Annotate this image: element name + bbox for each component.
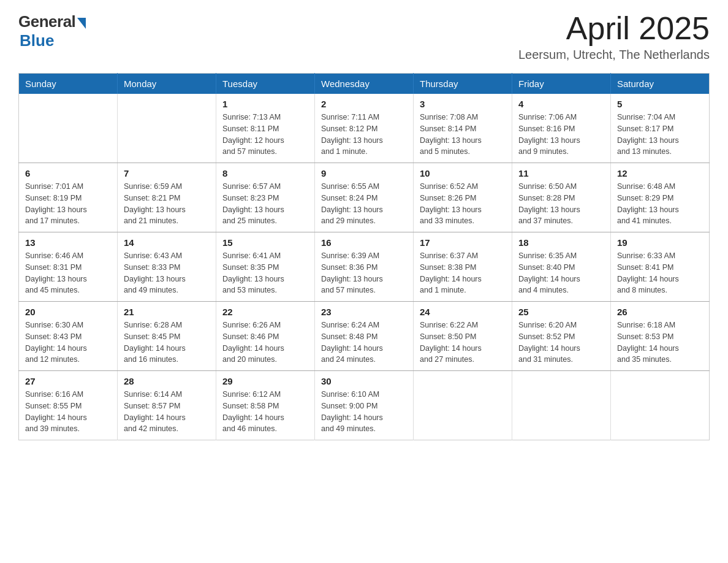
logo: General Blue	[18, 12, 86, 50]
day-info: Sunrise: 6:12 AMSunset: 8:58 PMDaylight:…	[222, 389, 308, 435]
day-number: 1	[222, 99, 308, 109]
calendar-day-header: Thursday	[414, 74, 512, 94]
day-info: Sunrise: 7:08 AMSunset: 8:14 PMDaylight:…	[420, 112, 506, 158]
day-number: 19	[617, 237, 703, 248]
calendar-cell: 19Sunrise: 6:33 AMSunset: 8:41 PMDayligh…	[611, 232, 710, 302]
day-info: Sunrise: 6:28 AMSunset: 8:45 PMDaylight:…	[124, 320, 210, 366]
day-info: Sunrise: 6:55 AMSunset: 8:24 PMDaylight:…	[321, 181, 407, 227]
day-number: 5	[617, 99, 703, 109]
day-info: Sunrise: 6:24 AMSunset: 8:48 PMDaylight:…	[321, 320, 407, 366]
day-info: Sunrise: 6:37 AMSunset: 8:38 PMDaylight:…	[420, 250, 506, 296]
calendar-cell: 30Sunrise: 6:10 AMSunset: 9:00 PMDayligh…	[315, 371, 414, 440]
calendar-cell: 8Sunrise: 6:57 AMSunset: 8:23 PMDaylight…	[216, 163, 315, 232]
calendar-day-header: Sunday	[19, 74, 118, 94]
day-info: Sunrise: 7:06 AMSunset: 8:16 PMDaylight:…	[518, 112, 604, 158]
calendar-cell: 28Sunrise: 6:14 AMSunset: 8:57 PMDayligh…	[118, 371, 216, 440]
day-info: Sunrise: 6:57 AMSunset: 8:23 PMDaylight:…	[222, 181, 308, 227]
day-info: Sunrise: 6:41 AMSunset: 8:35 PMDaylight:…	[222, 250, 308, 296]
calendar-cell: 3Sunrise: 7:08 AMSunset: 8:14 PMDaylight…	[414, 94, 512, 163]
calendar-cell	[118, 94, 216, 163]
calendar-table: SundayMondayTuesdayWednesdayThursdayFrid…	[18, 73, 710, 440]
day-number: 22	[222, 307, 308, 317]
day-info: Sunrise: 6:26 AMSunset: 8:46 PMDaylight:…	[222, 320, 308, 366]
day-number: 7	[124, 168, 210, 178]
day-info: Sunrise: 6:43 AMSunset: 8:33 PMDaylight:…	[124, 250, 210, 296]
calendar-cell: 12Sunrise: 6:48 AMSunset: 8:29 PMDayligh…	[611, 163, 710, 232]
calendar-cell: 4Sunrise: 7:06 AMSunset: 8:16 PMDaylight…	[512, 94, 611, 163]
day-number: 26	[617, 307, 703, 317]
day-number: 28	[124, 376, 210, 386]
day-number: 21	[124, 307, 210, 317]
calendar-cell: 5Sunrise: 7:04 AMSunset: 8:17 PMDaylight…	[611, 94, 710, 163]
calendar-cell: 23Sunrise: 6:24 AMSunset: 8:48 PMDayligh…	[315, 302, 414, 371]
day-number: 20	[25, 307, 111, 317]
calendar-cell: 7Sunrise: 6:59 AMSunset: 8:21 PMDaylight…	[118, 163, 216, 232]
calendar-cell: 21Sunrise: 6:28 AMSunset: 8:45 PMDayligh…	[118, 302, 216, 371]
calendar-cell: 17Sunrise: 6:37 AMSunset: 8:38 PMDayligh…	[414, 232, 512, 302]
logo-blue-text: Blue	[20, 31, 54, 50]
calendar-cell: 6Sunrise: 7:01 AMSunset: 8:19 PMDaylight…	[19, 163, 118, 232]
day-number: 4	[518, 99, 604, 109]
day-info: Sunrise: 6:39 AMSunset: 8:36 PMDaylight:…	[321, 250, 407, 296]
calendar-cell	[512, 371, 611, 440]
day-number: 16	[321, 237, 407, 248]
day-number: 8	[222, 168, 308, 178]
calendar-cell: 22Sunrise: 6:26 AMSunset: 8:46 PMDayligh…	[216, 302, 315, 371]
calendar-cell: 15Sunrise: 6:41 AMSunset: 8:35 PMDayligh…	[216, 232, 315, 302]
day-number: 29	[222, 376, 308, 386]
day-info: Sunrise: 7:01 AMSunset: 8:19 PMDaylight:…	[25, 181, 111, 227]
calendar-cell: 2Sunrise: 7:11 AMSunset: 8:12 PMDaylight…	[315, 94, 414, 163]
calendar-cell: 26Sunrise: 6:18 AMSunset: 8:53 PMDayligh…	[611, 302, 710, 371]
calendar-week-row: 13Sunrise: 6:46 AMSunset: 8:31 PMDayligh…	[19, 232, 710, 302]
day-number: 23	[321, 307, 407, 317]
day-info: Sunrise: 6:18 AMSunset: 8:53 PMDaylight:…	[617, 320, 703, 366]
day-number: 14	[124, 237, 210, 248]
day-info: Sunrise: 6:16 AMSunset: 8:55 PMDaylight:…	[25, 389, 111, 435]
day-number: 15	[222, 237, 308, 248]
calendar-cell: 9Sunrise: 6:55 AMSunset: 8:24 PMDaylight…	[315, 163, 414, 232]
page-header: General Blue April 2025 Leersum, Utrecht…	[18, 12, 710, 62]
day-number: 25	[518, 307, 604, 317]
calendar-cell: 14Sunrise: 6:43 AMSunset: 8:33 PMDayligh…	[118, 232, 216, 302]
day-info: Sunrise: 7:13 AMSunset: 8:11 PMDaylight:…	[222, 112, 308, 158]
location-subtitle: Leersum, Utrecht, The Netherlands	[518, 48, 710, 62]
calendar-week-row: 6Sunrise: 7:01 AMSunset: 8:19 PMDaylight…	[19, 163, 710, 232]
calendar-cell	[414, 371, 512, 440]
day-number: 13	[25, 237, 111, 248]
calendar-cell: 18Sunrise: 6:35 AMSunset: 8:40 PMDayligh…	[512, 232, 611, 302]
day-info: Sunrise: 6:33 AMSunset: 8:41 PMDaylight:…	[617, 250, 703, 296]
day-number: 24	[420, 307, 506, 317]
day-info: Sunrise: 6:48 AMSunset: 8:29 PMDaylight:…	[617, 181, 703, 227]
calendar-cell: 25Sunrise: 6:20 AMSunset: 8:52 PMDayligh…	[512, 302, 611, 371]
day-info: Sunrise: 6:46 AMSunset: 8:31 PMDaylight:…	[25, 250, 111, 296]
calendar-cell: 11Sunrise: 6:50 AMSunset: 8:28 PMDayligh…	[512, 163, 611, 232]
day-number: 10	[420, 168, 506, 178]
day-info: Sunrise: 6:35 AMSunset: 8:40 PMDaylight:…	[518, 250, 604, 296]
day-number: 9	[321, 168, 407, 178]
calendar-day-header: Tuesday	[216, 74, 315, 94]
day-info: Sunrise: 6:10 AMSunset: 9:00 PMDaylight:…	[321, 389, 407, 435]
day-info: Sunrise: 6:14 AMSunset: 8:57 PMDaylight:…	[124, 389, 210, 435]
day-info: Sunrise: 7:11 AMSunset: 8:12 PMDaylight:…	[321, 112, 407, 158]
day-number: 2	[321, 99, 407, 109]
calendar-cell: 10Sunrise: 6:52 AMSunset: 8:26 PMDayligh…	[414, 163, 512, 232]
day-number: 12	[617, 168, 703, 178]
day-number: 17	[420, 237, 506, 248]
day-number: 30	[321, 376, 407, 386]
day-number: 27	[25, 376, 111, 386]
calendar-day-header: Saturday	[611, 74, 710, 94]
day-number: 11	[518, 168, 604, 178]
title-area: April 2025 Leersum, Utrecht, The Netherl…	[518, 12, 710, 62]
day-info: Sunrise: 6:52 AMSunset: 8:26 PMDaylight:…	[420, 181, 506, 227]
calendar-week-row: 20Sunrise: 6:30 AMSunset: 8:43 PMDayligh…	[19, 302, 710, 371]
calendar-cell: 16Sunrise: 6:39 AMSunset: 8:36 PMDayligh…	[315, 232, 414, 302]
day-info: Sunrise: 6:59 AMSunset: 8:21 PMDaylight:…	[124, 181, 210, 227]
calendar-cell: 24Sunrise: 6:22 AMSunset: 8:50 PMDayligh…	[414, 302, 512, 371]
day-info: Sunrise: 6:22 AMSunset: 8:50 PMDaylight:…	[420, 320, 506, 366]
logo-arrow-icon	[77, 18, 86, 29]
calendar-cell: 29Sunrise: 6:12 AMSunset: 8:58 PMDayligh…	[216, 371, 315, 440]
calendar-week-row: 1Sunrise: 7:13 AMSunset: 8:11 PMDaylight…	[19, 94, 710, 163]
calendar-cell: 27Sunrise: 6:16 AMSunset: 8:55 PMDayligh…	[19, 371, 118, 440]
day-info: Sunrise: 6:50 AMSunset: 8:28 PMDaylight:…	[518, 181, 604, 227]
day-info: Sunrise: 6:30 AMSunset: 8:43 PMDaylight:…	[25, 320, 111, 366]
